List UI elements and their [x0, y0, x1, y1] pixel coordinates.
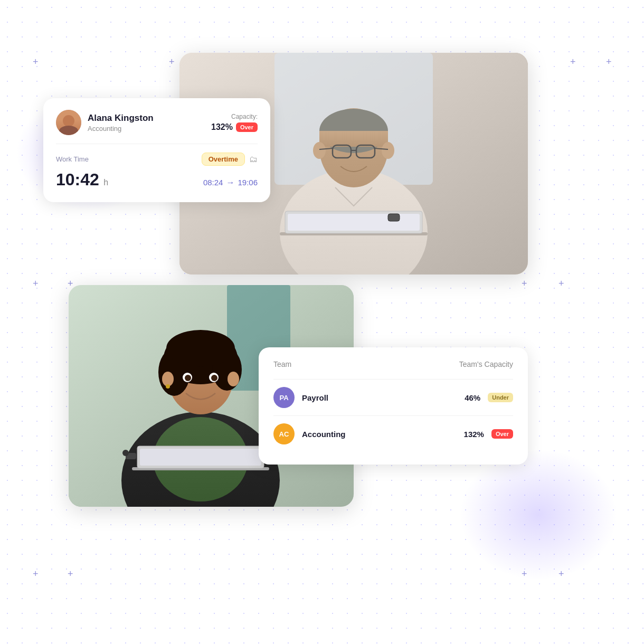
team-table-header: Team Team's Capacity [273, 360, 513, 368]
team-capacity-accounting: 132% [458, 430, 484, 439]
svg-point-27 [228, 372, 239, 386]
team-card: Team Team's Capacity PA Payroll 46% Unde… [259, 347, 528, 465]
employee-name: Alana Kingston [88, 113, 211, 124]
svg-point-26 [162, 372, 174, 386]
employee-card: Alana Kingston Accounting Capacity: 132%… [43, 98, 270, 202]
capacity-row: 132% Over [211, 122, 258, 132]
avatar [56, 110, 81, 135]
briefcase-icon: 🗂 [249, 155, 258, 164]
team-capacity-payroll: 46% [454, 393, 480, 402]
work-hours-unit: h [103, 178, 108, 187]
plus-marker-9: + [522, 569, 527, 579]
work-hours: 10:42 [56, 170, 99, 189]
plus-marker-2: + [169, 57, 175, 67]
work-time-section: Work Time Overtime 🗂 10:42 h 08:24 → 19:… [56, 153, 258, 190]
time-start: 08:24 [203, 178, 223, 187]
svg-point-6 [313, 142, 326, 159]
plus-marker-5: + [33, 279, 39, 288]
work-time-label: Work Time [56, 155, 89, 163]
team-initials-ac: AC [279, 430, 289, 438]
team-name-accounting: Accounting [302, 430, 458, 439]
avatar-image [56, 110, 81, 135]
overtime-badge: Overtime 🗂 [202, 153, 258, 166]
plus-marker-8: + [68, 569, 73, 579]
employee-info: Alana Kingston Accounting [88, 113, 211, 132]
over-badge: Over [236, 122, 258, 132]
time-end: 19:06 [238, 178, 258, 187]
employee-header: Alana Kingston Accounting Capacity: 132%… [56, 110, 258, 144]
team-avatar-ac: AC [273, 423, 295, 444]
work-hours-display: 10:42 h [56, 170, 108, 190]
plus-marker-4: + [606, 57, 612, 67]
svg-rect-5 [319, 131, 388, 147]
plus-marker-12: + [558, 279, 564, 288]
work-time-row2: 10:42 h 08:24 → 19:06 [56, 170, 258, 190]
team-initials-pa: PA [279, 394, 288, 402]
capacity-label: Capacity: [211, 113, 258, 120]
capacity-section: Capacity: 132% Over [211, 113, 258, 132]
team-col-capacity: Team's Capacity [459, 360, 513, 368]
team-row-accounting: AC Accounting 132% Over [273, 415, 513, 452]
plus-marker-7: + [33, 569, 39, 579]
plus-marker-3: + [570, 57, 576, 67]
overtime-tag: Overtime [202, 153, 245, 166]
work-time-row1: Work Time Overtime 🗂 [56, 153, 258, 166]
capacity-value: 132% [211, 122, 233, 132]
team-avatar-pa: PA [273, 387, 295, 408]
team-status-payroll: Under [488, 393, 513, 402]
scene: + + + + + + + + + + + + [0, 0, 644, 644]
team-row-payroll: PA Payroll 46% Under [273, 379, 513, 415]
time-range: 08:24 → 19:06 [203, 178, 258, 187]
time-arrow-icon: → [226, 178, 234, 187]
plus-marker-11: + [522, 279, 527, 288]
svg-point-31 [211, 375, 217, 381]
plus-marker-1: + [33, 57, 39, 67]
svg-rect-35 [140, 449, 261, 466]
svg-point-7 [382, 142, 394, 159]
plus-marker-10: + [558, 569, 564, 579]
svg-point-25 [166, 330, 235, 367]
team-name-payroll: Payroll [302, 393, 454, 402]
employee-department: Accounting [88, 125, 211, 132]
svg-rect-16 [388, 214, 400, 221]
svg-point-30 [185, 375, 191, 381]
svg-point-32 [166, 384, 170, 389]
svg-point-37 [122, 450, 129, 456]
team-col-team: Team [273, 360, 291, 368]
team-status-accounting: Over [491, 429, 513, 439]
